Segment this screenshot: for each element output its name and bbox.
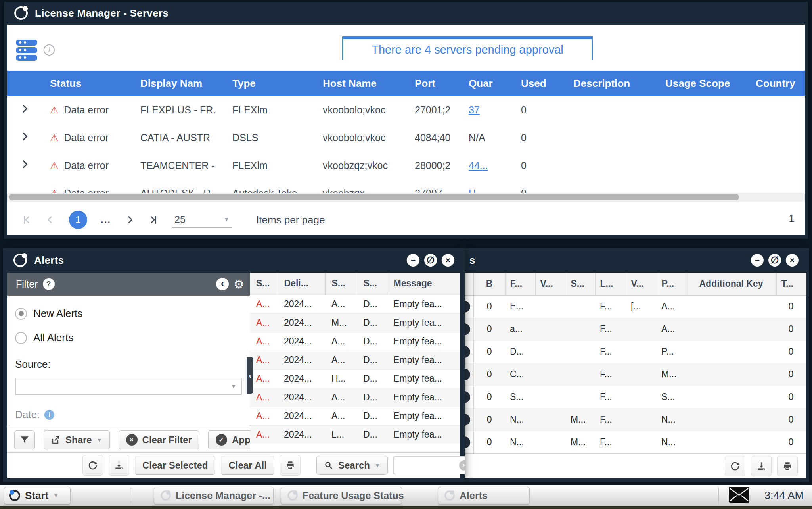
gear-icon[interactable]: ⚙ [234,277,244,291]
server-row[interactable]: ⚠Data error TEAMCENTER - FLEXlm vkoobzqz… [7,152,805,179]
minimize-icon[interactable]: − [751,254,764,267]
taskbar-item-feature-usage-status[interactable]: Feature Usage Status [281,487,402,504]
quar-link[interactable]: 44... [469,160,488,171]
row-expand-icon[interactable] [7,124,42,152]
col-l[interactable]: L... [595,273,626,295]
col-country[interactable]: Country [748,71,805,96]
popout-icon[interactable]: ∅ [768,254,781,267]
feature-row[interactable]: 0 S... F... S... 0 [465,386,806,408]
source-select[interactable]: ▼ [15,378,242,395]
col-quar[interactable]: Quar [461,71,513,96]
feature-row[interactable]: 0 D... F... P... 0 [465,340,806,363]
feature-row[interactable]: 0 N... M... F... N... 0 [465,408,806,431]
print-icon[interactable] [280,455,301,476]
alert-row[interactable]: A...2024...A...D...Empty fea... [250,295,460,313]
col-t[interactable]: T... [776,273,806,295]
alert-row[interactable]: A...2024...L...D...Empty fea... [250,425,460,444]
col-deli[interactable]: Deli... [278,273,325,295]
envelope-icon[interactable] [729,487,749,504]
col-description[interactable]: Description [565,71,657,96]
chevron-down-icon: ▼ [231,383,236,390]
col-additional-key[interactable]: Additional Key [686,273,776,295]
radio-all-alerts[interactable]: All Alerts [15,332,242,344]
current-page-button[interactable]: 1 [69,211,87,229]
alert-row[interactable]: A...2024...H...D...Empty fea... [250,369,460,388]
help-icon[interactable]: ? [43,278,55,290]
col-b[interactable]: B [473,273,505,295]
server-row[interactable]: ⚠Data error FLEXPLUS - FR. FLEXlm vkoobo… [7,96,805,124]
info-icon[interactable]: i [44,44,55,56]
server-row[interactable]: ⚠Data error AUTODESK - R Autodesk Toke v… [7,179,805,206]
print-icon[interactable] [777,456,798,476]
feature-row[interactable]: 0 E... F... [... A... 0 [465,295,806,318]
server-row[interactable]: ⚠Data error CATIA - AUSTR DSLS vkoobolo;… [7,124,805,152]
col-used[interactable]: Used [513,71,565,96]
alert-row[interactable]: A...2024...A...D...Empty fea... [250,332,460,351]
alert-row[interactable]: A...2024...A...D...Empty fea... [250,407,460,425]
clear-selected-button[interactable]: Clear Selected [135,456,215,475]
taskbar-item-license-manager[interactable]: License Manager -... [154,487,274,504]
radio-new-alerts[interactable]: New Alerts [15,307,242,320]
servers-header-row: Status Display Nam Type Host Name Port Q… [7,71,805,96]
feature-row[interactable]: 0 a... F... A... 0 [465,318,806,340]
col-v2[interactable]: V... [626,273,657,295]
warning-icon: ⚠ [50,160,59,171]
row-expand-icon[interactable] [7,96,42,124]
col-p[interactable]: P... [657,273,686,295]
horizontal-scrollbar[interactable] [7,193,805,202]
start-button[interactable]: Start ▼ [4,487,71,504]
taskbar-item-alerts[interactable]: Alerts [438,487,530,504]
collapse-panel-icon[interactable]: ‹ [216,278,229,290]
page-size-select[interactable]: 25 ▼ [172,212,232,228]
pending-approval-banner[interactable]: There are 4 servers pending approval [342,36,593,60]
clear-all-button[interactable]: Clear All [221,456,274,475]
filter-icon-button[interactable] [14,430,35,449]
feature-row[interactable]: 0 C... F... M... 0 [465,363,806,386]
display-name-cell: FLEXPLUS - FR. [132,96,224,124]
col-s1[interactable]: S... [250,273,278,295]
radio-selected-icon[interactable] [15,308,27,320]
horizontal-scrollbar-thumb[interactable] [9,194,739,200]
minimize-icon[interactable]: − [407,254,419,267]
alert-row[interactable]: A...2024...A...D...Empty fea... [250,388,460,407]
status-text: Data error [64,132,109,143]
row-expand-icon[interactable] [7,179,42,206]
alert-row[interactable]: A...2024...M...D...Empty fea... [250,313,460,332]
first-page-icon[interactable] [21,215,32,225]
prev-page-icon[interactable] [45,215,56,225]
col-f[interactable]: F... [505,273,535,295]
next-page-icon[interactable] [124,215,135,225]
col-usage-scope[interactable]: Usage Scope [657,71,748,96]
servers-icon[interactable] [16,40,37,62]
refresh-button[interactable] [725,456,745,476]
alert-row[interactable]: A...2024...A...D...Empty fea... [250,351,460,369]
col-message[interactable]: Message [387,273,460,295]
feature-row[interactable]: 0 N... M... F... N... 0 [465,431,806,453]
refresh-button[interactable] [82,455,103,476]
download-icon[interactable] [751,456,772,476]
panel-collapse-handle[interactable]: ‹ [247,357,253,394]
col-s[interactable]: S... [566,273,595,295]
search-button[interactable]: Search ▼ [316,456,388,475]
popout-icon[interactable]: ∅ [424,254,437,267]
last-page-icon[interactable] [148,215,159,225]
page-ellipsis[interactable]: ... [101,214,111,225]
download-icon[interactable] [109,455,129,476]
col-host-name[interactable]: Host Name [315,71,407,96]
search-input[interactable] [393,456,465,474]
radio-unselected-icon[interactable] [15,332,27,344]
close-icon[interactable]: × [786,254,799,267]
close-icon[interactable]: × [442,254,454,267]
col-v1[interactable]: V... [535,273,566,295]
clear-filter-button[interactable]: × Clear Filter [119,430,199,449]
col-s3[interactable]: S... [357,273,387,295]
col-status[interactable]: Status [42,71,132,96]
col-s2[interactable]: S... [325,273,357,295]
share-button[interactable]: Share ▼ [44,430,110,449]
host-name-cell: vkoobzqx [315,179,407,206]
col-display-name[interactable]: Display Nam [132,71,224,96]
col-port[interactable]: Port [407,71,461,96]
row-expand-icon[interactable] [7,152,42,179]
quar-link[interactable]: 37 [469,104,480,115]
col-type[interactable]: Type [224,71,315,96]
